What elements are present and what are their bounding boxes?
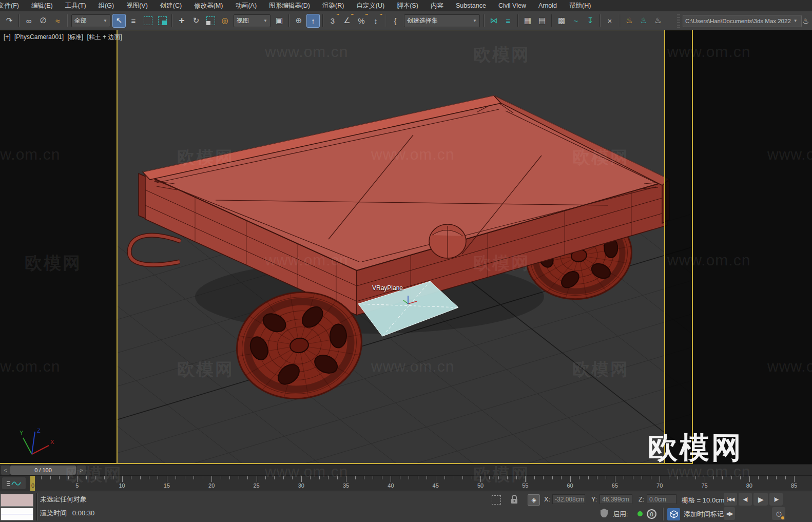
coord-z-field[interactable]: 0.0cm [647,494,676,504]
keyboard-override-toggle[interactable]: ↑ [306,14,320,28]
unlink-selection-icon[interactable]: ∅ [36,14,50,28]
safe-frames-shield-icon[interactable] [600,508,609,517]
ruler-tick [678,476,678,479]
menu-item-10[interactable]: 自定义(U) [350,0,391,11]
menu-item-12[interactable]: 内容 [424,0,450,11]
spinner-snap-toggle[interactable]: ↕˜ [369,14,382,28]
time-slider-handle[interactable]: 0 / 100 [10,466,76,475]
named-selection-sets-dropdown[interactable]: 创建选择集▼ [404,14,480,27]
bind-to-space-warp-icon[interactable]: ≈ [51,14,64,28]
menu-item-0[interactable]: 文件(F) [0,0,25,11]
clipped-toolbar-icon[interactable]: ♨ [803,14,808,28]
mirror-button[interactable]: ⋈ [487,14,500,28]
menu-item-2[interactable]: 工具(T) [59,0,92,11]
curve-editor-button[interactable]: ~ [569,14,583,28]
selection-filter-dropdown[interactable]: 全部▼ [71,14,110,27]
time-configuration-button[interactable]: ◷ [772,507,785,520]
absolute-mode-toggle[interactable]: ◈ [528,494,540,506]
menu-item-13[interactable]: Substance [450,0,492,11]
align-button[interactable]: ≡ [501,14,515,28]
play-button[interactable]: ▶ [753,493,768,506]
menu-item-6[interactable]: 修改器(M) [188,0,229,11]
use-pivot-point-center-button[interactable]: ▣ [273,14,286,28]
window-crossing-toggle[interactable] [156,14,169,28]
menu-item-4[interactable]: 视图(V) [120,0,154,11]
viewport-menu-shading[interactable]: [粘土 + 边面] [87,33,122,41]
menu-item-14[interactable]: Civil View [492,0,532,11]
menu-item-3[interactable]: 组(G) [92,0,121,11]
next-frame-button[interactable]: |▶ [769,493,783,506]
time-tag-cube-button[interactable] [667,508,680,520]
time-slider-track[interactable]: < 0 / 100 > [0,464,812,475]
ruler-tick [400,476,400,479]
ruler-tick [570,476,571,482]
rect-selection-region-button[interactable] [141,14,154,28]
go-to-start-button[interactable]: |◀◀ [724,493,737,506]
selection-lock-icon[interactable] [510,495,519,504]
chevron-down-icon[interactable]: ▼ [794,18,798,23]
time-slider-prev-button[interactable]: < [1,466,10,475]
layer-explorer-button[interactable]: ▤ [535,14,549,28]
maxscript-mini-listener-pink[interactable] [1,494,33,507]
dope-sheet-button[interactable]: ↧ [584,14,597,28]
select-and-scale-button[interactable] [204,14,217,28]
isolate-selection-icon[interactable] [492,495,501,505]
track-bar[interactable]: 05101520253035404550556065707580850 [0,475,812,491]
menu-item-16[interactable]: 帮助(H) [563,0,597,11]
ruler-tick [633,476,633,479]
reference-coordinate-dropdown[interactable]: 视图▼ [234,14,270,27]
percent-snap-toggle[interactable]: %˜ [355,14,368,28]
ruler-tick [355,476,356,479]
ribbon-toggle-button[interactable]: ▩ [555,14,568,28]
select-and-manipulate-button[interactable]: ⊕ [292,14,305,28]
schematic-view-button[interactable]: × [603,14,616,28]
snaps-toggle-3d-button[interactable]: 3˜ [326,14,339,28]
ruler-tick [239,476,239,479]
menu-item-9[interactable]: 渲染(R) [316,0,350,11]
mini-curve-editor-button[interactable] [2,477,26,489]
add-time-tag-label[interactable]: 添加时间标记 [684,510,724,519]
menu-item-11[interactable]: 脚本(S) [391,0,424,11]
timeline-ruler[interactable]: 05101520253035404550556065707580850 [28,476,812,491]
command-panel-area[interactable] [693,30,812,464]
edit-named-selection-sets-button[interactable]: { [389,14,402,28]
menu-item-1[interactable]: 编辑(E) [25,0,59,11]
previous-frame-button[interactable]: ◀| [739,493,752,506]
viewport-menu-general[interactable]: [+] [4,33,11,41]
select-and-place-button[interactable]: ◎ [218,14,231,28]
key-mode-toggle[interactable]: ◀▶ [724,507,735,520]
enable-status-dot[interactable] [637,511,643,516]
coord-y-field[interactable]: 46.399cm [600,494,632,504]
render-production-button[interactable]: ♨ [651,14,665,28]
viewport-menu-pov[interactable]: [PhysCamera001] [14,33,64,41]
coord-x-field[interactable]: -32.008cm [552,494,585,504]
rendered-frame-window-button[interactable]: ♨ [637,14,650,28]
time-slider-next-button[interactable]: > [77,466,86,475]
redo-icon[interactable]: ↷ [3,14,16,28]
menu-item-8[interactable]: 图形编辑器(D) [263,0,316,11]
current-frame-marker[interactable]: 0 [30,476,35,491]
viewport-menu-render-preset[interactable]: [标准] [67,33,83,41]
menu-item-7[interactable]: 动画(A) [229,0,263,11]
project-folder-field[interactable]: C:\Users\Han\Documents\3ds Max 2022 ▼ [683,15,802,27]
ruler-tick [301,476,302,482]
menu-item-15[interactable]: Arnold [532,0,563,11]
menu-item-5[interactable]: 创建(C) [154,0,188,11]
select-object-button[interactable]: ↖ [112,14,126,28]
object-label-vrayplane[interactable]: VRayPlane [372,284,403,292]
select-by-name-button[interactable]: ≡ [127,14,140,28]
maxscript-mini-listener-white[interactable] [1,508,33,520]
select-and-rotate-button[interactable]: ↻ [189,14,203,28]
render-setup-button[interactable]: ♨ [623,14,636,28]
counter-badge[interactable]: 0 [647,509,656,519]
viewport-canvas[interactable]: VRayPlane [+] [PhysCamera001] [标准] [粘土 +… [0,30,693,464]
status-bar: 未选定任何对象 渲染时间 0:00:30 ◈ X: -32.008cm Y: 4… [0,491,812,522]
select-and-link-icon[interactable]: ∞ [22,14,35,28]
ruler-tick [104,476,105,479]
toolbar-separator [322,14,323,27]
select-and-move-button[interactable]: + [175,14,188,28]
angle-snap-toggle[interactable]: ∠˜ [340,14,354,28]
toolbar-drag-handle[interactable] [677,14,680,28]
ruler-tick [543,476,544,479]
scene-explorer-button[interactable]: ▦ [521,14,534,28]
